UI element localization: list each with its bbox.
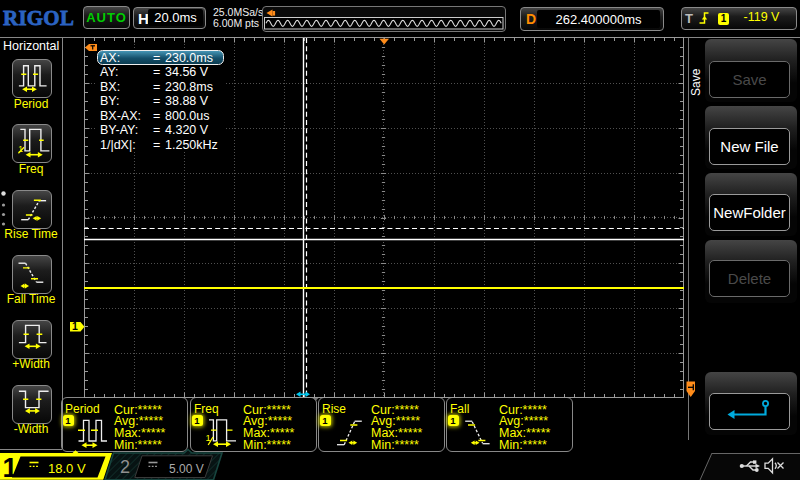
svg-text:1: 1 bbox=[72, 320, 78, 332]
